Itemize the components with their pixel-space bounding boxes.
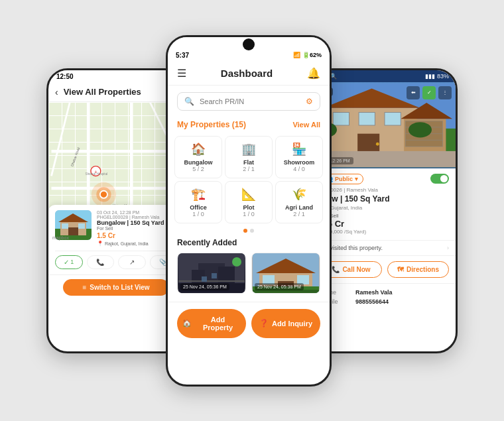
center-phone: 5:37 📶 🔋62% ☰ Dashboard 🔔 🔍 ⚙ My Propert… [166, 35, 332, 387]
check-action-btn[interactable]: ✓ 1 [55, 255, 83, 269]
dashboard-header: ☰ Dashboard 🔔 [168, 62, 330, 86]
phone-icon: 📞 [96, 259, 104, 266]
image-action-icons: ⬅ ✓ ⋮ [407, 86, 452, 99]
agri-land-icon: 🌾 [292, 187, 306, 202]
my-properties-label: My Properties (15) [177, 120, 246, 129]
dot-active [243, 229, 247, 233]
for-sell-label: For Sell [320, 213, 449, 219]
property-location: kot, Gujarat, India [320, 205, 449, 211]
map-area[interactable]: + Dhabar Road Sheetal Hospital Watson Mu… [48, 102, 184, 274]
property-plot[interactable]: 📐 Plot 1 / 0 [225, 181, 273, 223]
showroom-count: 4 / 0 [293, 166, 305, 172]
svg-rect-25 [78, 223, 85, 229]
call-icon: 📞 [332, 266, 340, 273]
directions-button[interactable]: 🗺 Directions [387, 261, 449, 278]
recently-added-label: Recently Added [168, 238, 330, 247]
property-flat[interactable]: 🏢 Flat 2 / 1 [225, 136, 273, 178]
contact-name-value: Ramesh Vala [355, 289, 393, 296]
location-pin-icon: 📍 [97, 241, 103, 247]
notification-bell-icon[interactable]: 🔔 [307, 67, 320, 80]
left-phone: 12:50 ▮▮▮ ‹ View All Properties [46, 68, 186, 353]
svg-point-52 [376, 142, 379, 145]
back-arrow-icon[interactable]: ‹ [55, 87, 58, 97]
showroom-icon: 🏪 [292, 142, 306, 156]
recent-item-2[interactable]: 25 Nov 24, 05:38 PM [251, 253, 320, 294]
add-inquiry-button[interactable]: ❓ Add Inquiry [251, 309, 320, 338]
recent-items-grid: 25 Nov 24, 05:36 PM [168, 253, 330, 294]
svg-rect-33 [212, 273, 217, 278]
battery-icon: 🔋62% [302, 52, 322, 58]
recent-timestamp-2: 25 Nov 24, 05:38 PM [255, 283, 304, 290]
svg-rect-48 [333, 112, 349, 125]
public-section: 👥 Public ▾ al000026 | Ramesh Vala alow |… [314, 168, 456, 241]
office-label: Office [190, 204, 207, 211]
dot-inactive [250, 229, 254, 233]
property-image-area: 1/1 ⬅ ✓ ⋮ 24, 12:26 PM [314, 82, 456, 168]
left-status-bar: 12:50 ▮▮▮ [48, 70, 184, 83]
price-per-yard: (1,00,000 /Sq Yard) [320, 229, 449, 235]
property-grid: 🏠 Bungalow 5 / 2 🏢 Flat 2 / 1 🏪 Showroom… [168, 136, 330, 223]
back-phone-icon[interactable]: ⬅ [407, 86, 420, 99]
property-agri-land[interactable]: 🌾 Agri Land 2 / 1 [275, 181, 323, 223]
toggle-knob [440, 175, 448, 182]
svg-rect-23 [68, 227, 78, 235]
property-price: 1.5 Cr [320, 219, 449, 229]
agri-land-count: 2 / 1 [293, 211, 305, 217]
svg-line-5 [52, 102, 70, 176]
public-row: 👥 Public ▾ [320, 174, 449, 184]
add-inquiry-icon: ❓ [259, 319, 269, 328]
property-id: al000026 | Ramesh Vala [320, 187, 449, 193]
svg-text:Sheetal Hospital: Sheetal Hospital [86, 172, 108, 175]
more-options-icon[interactable]: ⋮ [438, 86, 452, 99]
search-bar[interactable]: 🔍 ⚙ [177, 92, 320, 111]
svg-rect-24 [62, 223, 68, 229]
map-card-location: 📍 Rajkot, Gujarat, India [97, 241, 177, 247]
contact-name-row: Name Ramesh Vala [320, 289, 449, 296]
map-timestamp: 03 Oct 24, 12:28 PM [97, 210, 177, 215]
map-card-info: 03 Oct 24, 12:28 PM PHGEL000028 | Ramesh… [97, 210, 177, 247]
menu-hamburger-icon[interactable]: ☰ [177, 67, 186, 80]
center-time: 5:37 [176, 52, 189, 59]
office-count: 1 / 0 [192, 211, 204, 217]
property-showroom[interactable]: 🏪 Showroom 4 / 0 [275, 136, 323, 178]
search-input[interactable] [200, 97, 300, 105]
directions-icon: 🗺 [397, 266, 404, 273]
filter-icon[interactable]: ⚙ [306, 97, 313, 106]
plot-label: Plot [243, 204, 255, 211]
property-toggle[interactable] [430, 174, 449, 184]
contact-section: Name Ramesh Vala Mobile 9885556644 [314, 284, 456, 313]
map-header: ‹ View All Properties [48, 83, 184, 102]
plot-icon: 📐 [241, 187, 256, 202]
map-card-price: 1.5 Cr [97, 232, 177, 239]
left-time: 12:50 [56, 73, 74, 80]
dashboard-title: Dashboard [221, 68, 273, 79]
property-bungalow[interactable]: 🏠 Bungalow 5 / 2 [174, 136, 222, 178]
contact-mobile-row: Mobile 9885556644 [320, 298, 449, 305]
verify-icon[interactable]: ✓ [422, 86, 436, 99]
map-card-actions: ✓ 1 📞 ↗ 📎 [55, 251, 177, 269]
action-buttons-row: 📞 Call Now 🗺 Directions [314, 256, 456, 284]
svg-point-59 [409, 122, 432, 137]
map-page-title: View All Properties [64, 87, 141, 97]
right-status-bar: ⬛ 🔍 ▮▮▮ 83% [314, 70, 456, 82]
recent-timestamp-1: 25 Nov 24, 05:36 PM [180, 283, 229, 290]
bungalow-icon: 🏠 [191, 142, 206, 156]
map-card-name: Bungalow | 150 Sq Yard [97, 219, 177, 226]
search-icon: 🔍 [184, 97, 194, 106]
list-icon: ≡ [82, 284, 86, 291]
phone-action-btn[interactable]: 📞 [87, 255, 115, 269]
flat-label: Flat [243, 159, 254, 166]
recent-item-1[interactable]: 25 Nov 24, 05:36 PM [177, 253, 246, 294]
bottom-buttons: 🏠 Add Property ❓ Add Inquiry [168, 302, 330, 345]
chevron-right-icon: › [447, 245, 449, 251]
property-office[interactable]: 🏗️ Office 1 / 0 [174, 181, 222, 223]
my-properties-header: My Properties (15) View All [168, 117, 330, 132]
view-all-link[interactable]: View All [292, 121, 320, 129]
bungalow-label: Bungalow [184, 159, 213, 166]
share-action-btn[interactable]: ↗ [118, 255, 146, 269]
wifi-icon: 📶 [293, 52, 300, 58]
bungalow-count: 5 / 2 [192, 166, 204, 172]
carousel-dots [168, 229, 330, 233]
add-property-button[interactable]: 🏠 Add Property [177, 309, 246, 338]
switch-list-view-button[interactable]: ≡ Switch to List View [63, 279, 169, 296]
